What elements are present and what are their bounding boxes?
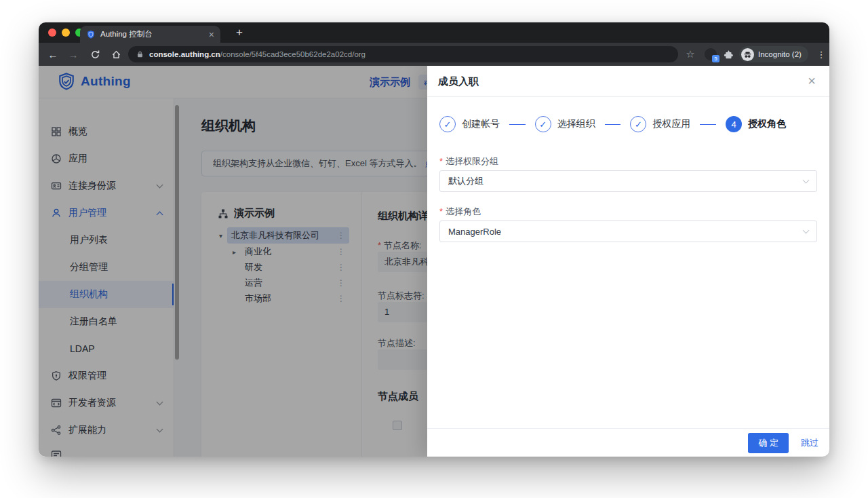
reload-button[interactable] xyxy=(86,43,104,66)
macos-window-controls xyxy=(48,28,83,37)
browser-window: Authing 控制台 × + ← → console.authing.cn /… xyxy=(39,22,829,457)
step-number: 4 xyxy=(726,116,742,132)
step-check-icon: ✓ xyxy=(439,116,456,132)
step-connector xyxy=(509,124,526,125)
bookmark-star-icon[interactable]: ☆ xyxy=(682,43,699,66)
step-create-account: ✓ 创建帐号 xyxy=(439,116,500,132)
address-bar[interactable]: console.authing.cn /console/5f45cad3ece5… xyxy=(128,46,678,62)
screenshot-canvas: Authing 控制台 × + ← → console.authing.cn /… xyxy=(0,0,868,498)
close-window-button[interactable] xyxy=(48,28,56,37)
drawer-header: 成员入职 × xyxy=(427,66,829,97)
page-viewport: Authing 演示示例 ⇄ 切换用户池 概览 xyxy=(39,66,829,457)
role-select[interactable]: ManagerRole xyxy=(439,221,817,242)
browser-tab[interactable]: Authing 控制台 × xyxy=(80,26,220,43)
url-path: /console/5f45cad3ece50b62de2a02cd/org xyxy=(220,50,366,58)
step-check-icon: ✓ xyxy=(535,116,551,132)
lock-icon xyxy=(136,50,144,58)
favicon-shield-icon xyxy=(86,30,96,39)
drawer-footer: 确 定 跳过 xyxy=(427,428,829,457)
skip-link[interactable]: 跳过 xyxy=(801,437,818,449)
step-connector xyxy=(605,124,621,125)
step-check-icon: ✓ xyxy=(630,116,646,132)
permission-group-label: *选择权限分组 xyxy=(439,155,498,168)
drawer-title: 成员入职 xyxy=(438,66,479,97)
url-host: console.authing.cn xyxy=(149,50,220,58)
permission-group-select[interactable]: 默认分组 xyxy=(439,170,817,192)
browser-menu-kebab-icon[interactable]: ⋮ xyxy=(814,43,828,66)
extension-badge: 5 xyxy=(712,55,719,62)
incognito-label: Incognito (2) xyxy=(758,50,802,58)
tab-close-icon[interactable]: × xyxy=(209,30,214,39)
chevron-down-icon xyxy=(803,227,810,233)
incognito-icon xyxy=(741,48,754,61)
member-onboarding-drawer: 成员入职 × ✓ 创建帐号 ✓ 选择组织 ✓ xyxy=(427,66,829,457)
browser-toolbar: ← → console.authing.cn /console/5f45cad3… xyxy=(39,43,829,66)
chevron-down-icon xyxy=(803,176,810,183)
forward-button: → xyxy=(64,43,82,66)
confirm-button[interactable]: 确 定 xyxy=(748,433,789,453)
incognito-profile-chip[interactable]: Incognito (2) xyxy=(739,46,808,62)
back-button[interactable]: ← xyxy=(44,43,62,66)
tab-title: Authing 控制台 xyxy=(100,29,209,39)
role-label: *选择角色 xyxy=(439,206,481,218)
step-authorize-application: ✓ 授权应用 xyxy=(630,116,690,132)
extensions-puzzle-icon[interactable] xyxy=(724,49,734,60)
browser-tab-strip: Authing 控制台 × + xyxy=(39,22,829,43)
step-connector xyxy=(700,124,716,125)
close-icon[interactable]: × xyxy=(804,66,820,96)
new-tab-button[interactable]: + xyxy=(231,24,248,41)
extension-icon[interactable]: 5 xyxy=(705,48,717,60)
step-select-organization: ✓ 选择组织 xyxy=(535,116,595,132)
step-authorize-role: 4 授权角色 xyxy=(726,116,786,132)
home-button[interactable] xyxy=(107,43,125,66)
minimize-window-button[interactable] xyxy=(62,28,70,37)
steps-indicator: ✓ 创建帐号 ✓ 选择组织 ✓ 授权应用 4 xyxy=(439,116,786,132)
